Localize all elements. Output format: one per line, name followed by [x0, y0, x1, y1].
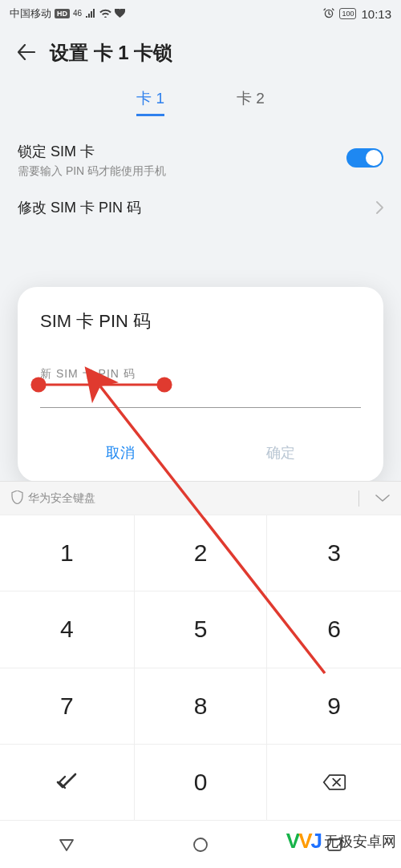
key-4[interactable]: 4	[0, 591, 134, 667]
chevron-right-icon	[376, 200, 383, 218]
nav-home[interactable]	[188, 832, 213, 858]
svg-point-1	[194, 838, 207, 851]
watermark: VVJ 无极安卓网	[286, 829, 396, 854]
lock-sim-row[interactable]: 锁定 SIM 卡 需要输入 PIN 码才能使用手机	[18, 132, 383, 188]
shield-icon	[11, 491, 23, 507]
numeric-keypad: 1 2 3 4 5 6 7 8 9 0	[0, 515, 401, 820]
key-5[interactable]: 5	[134, 591, 268, 667]
pin-dialog: SIM 卡 PIN 码 新 SIM 卡 PIN 码 取消 确定	[18, 287, 383, 482]
lock-sim-toggle[interactable]	[346, 148, 383, 168]
page-header: 设置 卡 1 卡锁	[0, 27, 401, 80]
change-pin-title: 修改 SIM 卡 PIN 码	[18, 198, 376, 217]
clock-label: 10:13	[361, 7, 391, 21]
key-3[interactable]: 3	[267, 515, 401, 591]
sim-tabs: 卡 1 卡 2	[0, 80, 401, 116]
status-bar: 中国移动 HD 46 100 10:13	[0, 0, 401, 27]
cancel-button[interactable]: 取消	[40, 435, 200, 470]
ok-button[interactable]: 确定	[200, 435, 361, 470]
key-0[interactable]: 0	[134, 744, 268, 820]
hd-badge: HD	[55, 9, 70, 18]
network-badge: 46	[73, 9, 82, 18]
battery-indicator: 100	[339, 8, 356, 19]
keyboard-name: 华为安全键盘	[28, 491, 95, 506]
watermark-text: 无极安卓网	[324, 832, 396, 851]
heart-icon	[115, 8, 125, 20]
tab-sim2[interactable]: 卡 2	[237, 88, 265, 116]
page-title: 设置 卡 1 卡锁	[50, 40, 172, 66]
key-7[interactable]: 7	[0, 668, 134, 744]
pin-field-label: 新 SIM 卡 PIN 码	[40, 367, 361, 382]
keyboard-toolbar: 华为安全键盘	[0, 481, 401, 515]
divider	[358, 491, 359, 507]
key-1[interactable]: 1	[0, 515, 134, 591]
key-backspace[interactable]	[267, 744, 401, 820]
change-pin-row[interactable]: 修改 SIM 卡 PIN 码	[18, 188, 383, 228]
pin-input[interactable]	[40, 386, 361, 408]
key-2[interactable]: 2	[134, 515, 268, 591]
back-button[interactable]	[18, 42, 35, 63]
watermark-logo: VVJ	[286, 829, 321, 854]
dialog-title: SIM 卡 PIN 码	[40, 309, 361, 333]
key-enter[interactable]	[0, 744, 134, 820]
wifi-icon	[99, 8, 111, 20]
signal-icon	[85, 8, 96, 20]
chevron-down-icon[interactable]	[375, 492, 390, 505]
key-8[interactable]: 8	[134, 668, 268, 744]
lock-sim-title: 锁定 SIM 卡	[18, 142, 346, 161]
carrier-label: 中国移动	[10, 6, 51, 21]
key-9[interactable]: 9	[267, 668, 401, 744]
nav-back[interactable]	[54, 832, 79, 858]
key-6[interactable]: 6	[267, 591, 401, 667]
lock-sim-subtitle: 需要输入 PIN 码才能使用手机	[18, 164, 346, 179]
tab-sim1[interactable]: 卡 1	[136, 88, 164, 116]
alarm-icon	[323, 7, 334, 21]
